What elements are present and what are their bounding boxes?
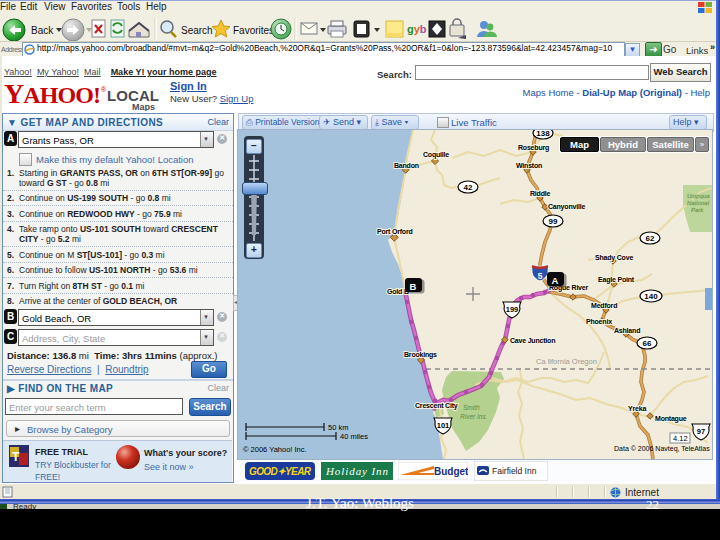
- svg-text:Yreka: Yreka: [628, 405, 646, 412]
- svg-text:138: 138: [536, 130, 550, 138]
- svg-text:Roseburg: Roseburg: [518, 144, 549, 152]
- svg-text:101: 101: [437, 421, 450, 430]
- svg-text:Favorites: Favorites: [233, 25, 274, 36]
- svg-text:97: 97: [697, 427, 705, 436]
- svg-text:Back: Back: [31, 25, 54, 36]
- svg-text:Holiday Inn: Holiday Inn: [325, 465, 389, 477]
- svg-text:T: T: [12, 450, 20, 464]
- svg-text:40 miles: 40 miles: [340, 432, 368, 441]
- svg-text:Shady Cove: Shady Cove: [595, 254, 633, 262]
- svg-text:50 km: 50 km: [328, 423, 348, 432]
- svg-text:Medford: Medford: [591, 302, 617, 309]
- svg-text:Riddle: Riddle: [530, 190, 550, 197]
- svg-text:4.12: 4.12: [673, 434, 688, 443]
- svg-text:Ca lifornia Oregon: Ca lifornia Oregon: [536, 357, 597, 366]
- svg-text:Umpqua: Umpqua: [687, 193, 710, 199]
- svg-text:Smith: Smith: [463, 404, 480, 411]
- svg-text:River Ins: River Ins: [460, 413, 486, 420]
- svg-text:62: 62: [646, 234, 655, 243]
- svg-text:© 2006 Yahoo! Inc.: © 2006 Yahoo! Inc.: [243, 445, 307, 454]
- svg-text:Bandon: Bandon: [394, 162, 419, 169]
- svg-text:Budget: Budget: [434, 466, 468, 477]
- svg-text:Fairfield Inn: Fairfield Inn: [492, 466, 537, 476]
- svg-text:Search: Search: [181, 25, 213, 36]
- svg-text:Eagle Point: Eagle Point: [598, 276, 635, 284]
- svg-text:99: 99: [549, 217, 558, 226]
- svg-text:42: 42: [464, 183, 473, 192]
- svg-text:Ashland: Ashland: [614, 327, 640, 334]
- svg-text:Phoenix: Phoenix: [586, 318, 612, 325]
- svg-text:Cave Junction: Cave Junction: [510, 337, 555, 344]
- svg-text:Data © 2006 Navteq, TeleAtlas: Data © 2006 Navteq, TeleAtlas: [614, 445, 710, 453]
- svg-text:Maps: Maps: [132, 102, 155, 111]
- svg-text:YAHOO!: YAHOO!: [4, 78, 101, 109]
- svg-text:199: 199: [506, 305, 519, 314]
- svg-text:B: B: [410, 281, 417, 292]
- svg-text:140: 140: [644, 292, 658, 301]
- svg-text:Montague: Montague: [655, 415, 687, 423]
- svg-text:Winston: Winston: [516, 162, 542, 169]
- svg-text:66: 66: [643, 339, 652, 348]
- svg-text:GOOD✦YEAR: GOOD✦YEAR: [249, 466, 312, 477]
- svg-text:Coquille: Coquille: [423, 151, 449, 159]
- svg-text:Crescent City: Crescent City: [415, 402, 458, 410]
- svg-text:Park: Park: [691, 207, 704, 213]
- svg-text:5: 5: [538, 271, 543, 281]
- svg-text:Brookings: Brookings: [404, 351, 437, 359]
- svg-text:National: National: [687, 200, 710, 206]
- svg-text:A: A: [552, 275, 559, 286]
- svg-text:Canyonville: Canyonville: [548, 203, 585, 211]
- svg-text:Port Orford: Port Orford: [377, 228, 413, 235]
- svg-text:gyb: gyb: [407, 23, 427, 35]
